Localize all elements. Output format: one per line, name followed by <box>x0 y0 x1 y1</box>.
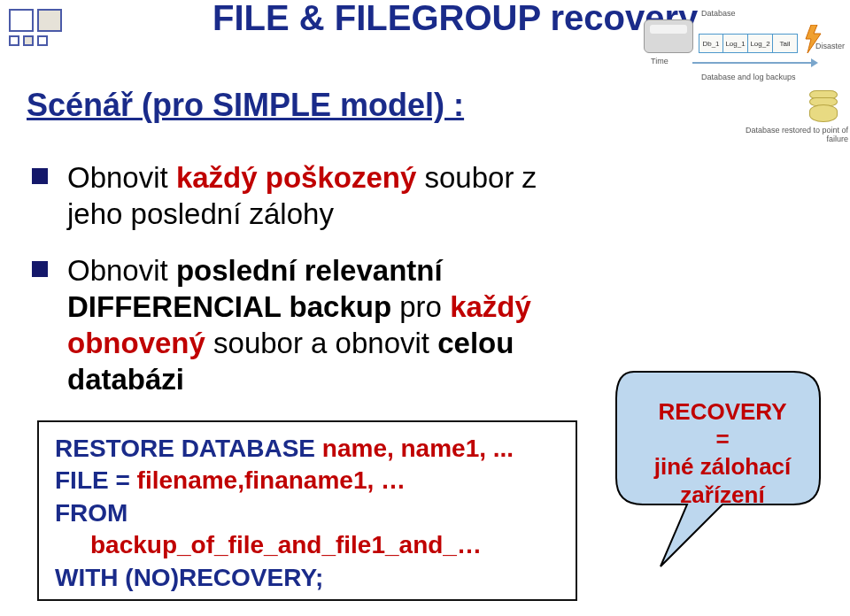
segment: Log_2 <box>748 34 773 53</box>
diagram-label-restore: Database restored to point of failure <box>742 126 848 143</box>
backup-segments: Db_1 Log_1 Log_2 Tail <box>699 34 798 53</box>
bullet-emphasis: každý poškozený <box>176 161 416 194</box>
segment: Log_1 <box>723 34 748 53</box>
server-icon <box>644 19 693 53</box>
slide-title: FILE & FILEGROUP recovery <box>212 0 698 38</box>
segment: Tail <box>773 34 798 53</box>
bullet-text: pro <box>391 290 450 323</box>
bullet-text: Obnovit <box>67 254 176 287</box>
bullet-text: Obnovit <box>67 161 176 194</box>
code-line: RESTORE DATABASE name, name1, ... <box>55 433 560 465</box>
diagram-label-time: Time <box>651 57 668 65</box>
code-box: RESTORE DATABASE name, name1, ... FILE =… <box>37 420 577 601</box>
decorative-squares <box>9 9 62 46</box>
speech-bubble: RECOVERY = jiné zálohací zařízení <box>607 363 829 575</box>
subtitle: Scénář (pro SIMPLE model) : <box>27 87 464 124</box>
diagram-label-backups: Database and log backups <box>701 73 796 81</box>
bullet-text: soubor a obnovit <box>205 327 437 359</box>
segment: Db_1 <box>699 34 723 53</box>
bullet-item: Obnovit každý poškozený soubor z jeho po… <box>32 159 581 233</box>
diagram-label-database: Database <box>701 9 736 18</box>
code-line: FROM <box>55 497 560 529</box>
code-line: WITH (NO)RECOVERY; <box>55 562 560 594</box>
database-cylinder-icon <box>809 90 838 120</box>
bullet-item: Obnovit poslední relevantní DIFFERENCIAL… <box>32 252 581 398</box>
bubble-text: RECOVERY = jiné zálohací zařízení <box>636 398 809 509</box>
code-line: backup_of_file_and_file1_and_… <box>90 529 560 561</box>
time-arrow-icon <box>692 62 816 64</box>
backup-diagram: Database Db_1 Log_1 Log_2 Tail Time Disa… <box>644 19 843 53</box>
bullet-list: Obnovit každý poškozený soubor z jeho po… <box>32 159 581 418</box>
code-line: FILE = filename,finaname1, … <box>55 465 560 497</box>
diagram-label-disaster: Disaster <box>815 42 845 50</box>
